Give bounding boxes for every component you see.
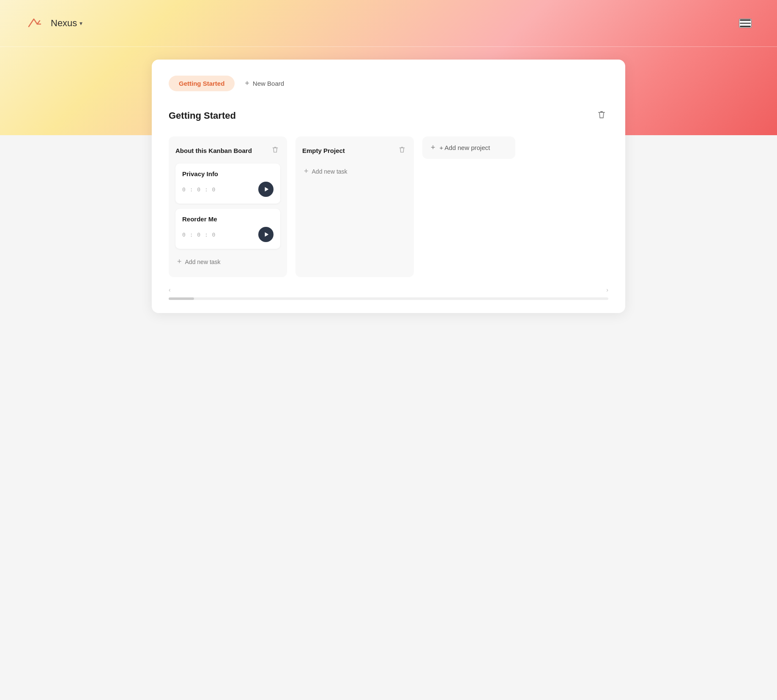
add-task-label-col1: Add new task	[185, 259, 221, 265]
trash-icon-col2	[399, 146, 405, 153]
task-timer-row-privacy: 0 : 0 : 0	[182, 182, 274, 197]
play-icon-privacy	[263, 186, 269, 192]
plus-icon: +	[245, 79, 249, 88]
plus-icon-col1: +	[177, 257, 182, 266]
logo-icon	[25, 13, 44, 33]
task-card-privacy-info: Privacy Info 0 : 0 : 0	[175, 163, 280, 204]
delete-column-empty-button[interactable]	[397, 144, 407, 157]
scroll-right-icon: ›	[606, 286, 608, 293]
task-title-privacy-info: Privacy Info	[182, 170, 274, 177]
task-card-reorder-me: Reorder Me 0 : 0 : 0	[175, 209, 280, 249]
header-separator	[0, 46, 777, 47]
column-title-about: About this Kanban Board	[175, 147, 252, 154]
add-task-label-col2: Add new task	[312, 168, 347, 175]
menu-line-1	[740, 19, 751, 21]
scroll-left-icon: ‹	[169, 286, 171, 293]
tab-new-board[interactable]: + New Board	[241, 75, 287, 92]
add-project-label: + Add new project	[440, 144, 490, 151]
play-button-reorder[interactable]	[258, 227, 274, 242]
task-timer-privacy: 0 : 0 : 0	[182, 186, 216, 193]
scroll-indicator[interactable]	[169, 297, 608, 300]
column-title-empty: Empty Project	[302, 147, 345, 154]
brand-name[interactable]: Nexus ▾	[51, 18, 82, 29]
scroll-arrows: ‹ ›	[169, 286, 608, 293]
delete-column-about-button[interactable]	[270, 144, 280, 157]
hamburger-menu-button[interactable]	[739, 19, 752, 28]
board-title-row: Getting Started	[169, 107, 608, 124]
task-timer-reorder: 0 : 0 : 0	[182, 232, 216, 238]
svg-marker-0	[265, 187, 269, 192]
plus-icon-project: +	[431, 143, 435, 152]
tabs-row: Getting Started + New Board	[169, 75, 608, 92]
column-header-about: About this Kanban Board	[175, 144, 280, 157]
header-left: Nexus ▾	[25, 13, 82, 33]
add-project-button[interactable]: + + Add new project	[422, 136, 515, 159]
plus-icon-col2: +	[304, 167, 309, 176]
add-task-button-col2[interactable]: + Add new task	[302, 163, 407, 179]
kanban-column-empty: Empty Project + Add new task	[295, 136, 414, 277]
trash-icon	[597, 110, 606, 119]
tab-getting-started[interactable]: Getting Started	[169, 76, 235, 91]
menu-line-2	[740, 23, 751, 24]
task-title-reorder-me: Reorder Me	[182, 215, 274, 223]
task-timer-row-reorder: 0 : 0 : 0	[182, 227, 274, 242]
main-area: Getting Started + New Board Getting Star…	[0, 60, 777, 313]
trash-icon-col1	[272, 146, 279, 153]
menu-line-3	[740, 26, 751, 27]
board-container: Getting Started + New Board Getting Star…	[152, 60, 625, 313]
chevron-down-icon: ▾	[79, 20, 82, 27]
play-icon-reorder	[263, 232, 269, 237]
add-project-column: + + Add new project	[422, 136, 515, 277]
svg-marker-1	[265, 232, 269, 237]
add-task-button-col1[interactable]: + Add new task	[175, 254, 280, 270]
board-title: Getting Started	[169, 110, 236, 121]
column-header-empty: Empty Project	[302, 144, 407, 157]
delete-board-button[interactable]	[595, 107, 608, 124]
kanban-column-about: About this Kanban Board Privacy Info 0 :…	[169, 136, 287, 277]
scroll-thumb	[169, 297, 194, 300]
kanban-board: About this Kanban Board Privacy Info 0 :…	[169, 136, 608, 284]
brand-text: Nexus	[51, 18, 77, 29]
app-header: Nexus ▾	[0, 0, 777, 46]
new-board-label: New Board	[253, 80, 284, 87]
play-button-privacy[interactable]	[258, 182, 274, 197]
